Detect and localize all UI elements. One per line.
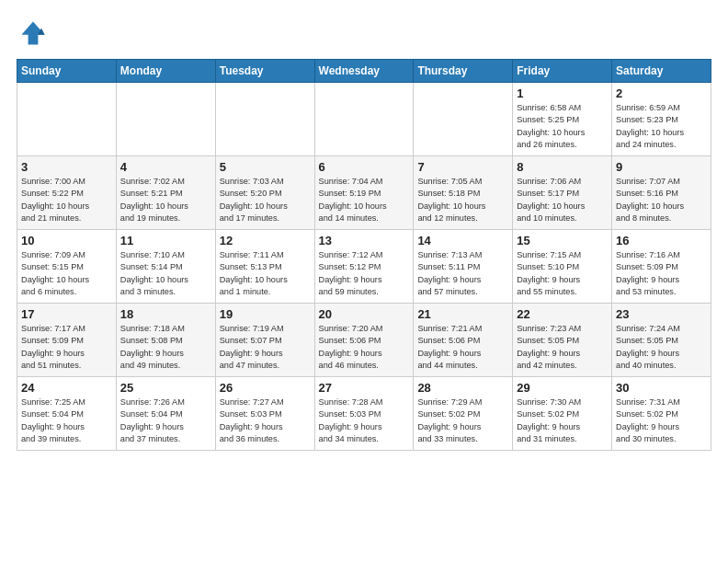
day-header-wednesday: Wednesday (314, 60, 414, 83)
day-cell: 10Sunrise: 7:09 AM Sunset: 5:15 PM Dayli… (17, 230, 117, 304)
calendar-body: 1Sunrise: 6:58 AM Sunset: 5:25 PM Daylig… (17, 83, 711, 451)
day-cell: 2Sunrise: 6:59 AM Sunset: 5:23 PM Daylig… (612, 83, 711, 156)
day-cell: 4Sunrise: 7:02 AM Sunset: 5:21 PM Daylig… (116, 156, 215, 230)
day-number: 5 (220, 160, 311, 174)
day-header-friday: Friday (513, 60, 612, 83)
day-cell: 16Sunrise: 7:16 AM Sunset: 5:09 PM Dayli… (612, 230, 711, 304)
day-number: 17 (21, 307, 112, 321)
day-cell: 23Sunrise: 7:24 AM Sunset: 5:05 PM Dayli… (612, 304, 711, 377)
logo-icon (17, 17, 50, 50)
day-info: Sunrise: 7:07 AM Sunset: 5:16 PM Dayligh… (616, 176, 707, 224)
day-info: Sunrise: 7:31 AM Sunset: 5:02 PM Dayligh… (616, 396, 707, 445)
day-info: Sunrise: 7:23 AM Sunset: 5:05 PM Dayligh… (517, 323, 608, 372)
week-row-3: 17Sunrise: 7:17 AM Sunset: 5:09 PM Dayli… (17, 304, 711, 377)
day-number: 26 (220, 381, 311, 395)
day-info: Sunrise: 7:17 AM Sunset: 5:09 PM Dayligh… (21, 323, 112, 372)
week-row-0: 1Sunrise: 6:58 AM Sunset: 5:25 PM Daylig… (17, 83, 711, 156)
day-header-sunday: Sunday (17, 60, 117, 83)
day-info: Sunrise: 7:30 AM Sunset: 5:02 PM Dayligh… (517, 396, 608, 445)
day-cell: 24Sunrise: 7:25 AM Sunset: 5:04 PM Dayli… (17, 377, 117, 451)
day-cell: 5Sunrise: 7:03 AM Sunset: 5:20 PM Daylig… (215, 156, 314, 230)
day-cell: 8Sunrise: 7:06 AM Sunset: 5:17 PM Daylig… (513, 156, 612, 230)
day-number: 29 (517, 381, 608, 395)
calendar-header: SundayMondayTuesdayWednesdayThursdayFrid… (17, 60, 711, 83)
day-number: 27 (319, 381, 410, 395)
day-number: 20 (319, 307, 410, 321)
day-info: Sunrise: 7:21 AM Sunset: 5:06 PM Dayligh… (417, 323, 508, 372)
day-cell: 15Sunrise: 7:15 AM Sunset: 5:10 PM Dayli… (513, 230, 612, 304)
week-row-4: 24Sunrise: 7:25 AM Sunset: 5:04 PM Dayli… (17, 377, 711, 451)
day-number: 7 (417, 160, 508, 174)
day-cell: 19Sunrise: 7:19 AM Sunset: 5:07 PM Dayli… (215, 304, 314, 377)
day-info: Sunrise: 7:03 AM Sunset: 5:20 PM Dayligh… (220, 176, 311, 224)
calendar-table: SundayMondayTuesdayWednesdayThursdayFrid… (17, 59, 711, 451)
day-info: Sunrise: 7:10 AM Sunset: 5:14 PM Dayligh… (120, 249, 211, 298)
day-cell (414, 83, 513, 156)
day-header-thursday: Thursday (414, 60, 513, 83)
day-cell: 3Sunrise: 7:00 AM Sunset: 5:22 PM Daylig… (17, 156, 117, 230)
day-number: 3 (21, 160, 112, 174)
day-cell: 28Sunrise: 7:29 AM Sunset: 5:02 PM Dayli… (414, 377, 513, 451)
day-number: 2 (616, 86, 707, 100)
day-cell: 21Sunrise: 7:21 AM Sunset: 5:06 PM Dayli… (414, 304, 513, 377)
day-info: Sunrise: 7:09 AM Sunset: 5:15 PM Dayligh… (21, 249, 112, 298)
logo (17, 17, 53, 50)
day-cell: 22Sunrise: 7:23 AM Sunset: 5:05 PM Dayli… (513, 304, 612, 377)
day-info: Sunrise: 7:24 AM Sunset: 5:05 PM Dayligh… (616, 323, 707, 372)
day-info: Sunrise: 7:05 AM Sunset: 5:18 PM Dayligh… (417, 176, 508, 224)
day-number: 22 (517, 307, 608, 321)
day-cell: 9Sunrise: 7:07 AM Sunset: 5:16 PM Daylig… (612, 156, 711, 230)
week-row-1: 3Sunrise: 7:00 AM Sunset: 5:22 PM Daylig… (17, 156, 711, 230)
day-info: Sunrise: 7:26 AM Sunset: 5:04 PM Dayligh… (120, 396, 211, 445)
day-info: Sunrise: 7:29 AM Sunset: 5:02 PM Dayligh… (417, 396, 508, 445)
day-cell (314, 83, 414, 156)
day-number: 23 (616, 307, 707, 321)
day-info: Sunrise: 7:19 AM Sunset: 5:07 PM Dayligh… (220, 323, 311, 372)
day-number: 11 (120, 234, 211, 247)
day-number: 9 (616, 160, 707, 174)
day-number: 24 (21, 381, 112, 395)
day-cell: 30Sunrise: 7:31 AM Sunset: 5:02 PM Dayli… (612, 377, 711, 451)
day-number: 28 (417, 381, 508, 395)
day-info: Sunrise: 7:04 AM Sunset: 5:19 PM Dayligh… (319, 176, 410, 224)
day-number: 19 (220, 307, 311, 321)
day-number: 30 (616, 381, 707, 395)
day-cell: 29Sunrise: 7:30 AM Sunset: 5:02 PM Dayli… (513, 377, 612, 451)
day-info: Sunrise: 7:28 AM Sunset: 5:03 PM Dayligh… (319, 396, 410, 445)
day-info: Sunrise: 6:58 AM Sunset: 5:25 PM Dayligh… (517, 102, 608, 151)
week-row-2: 10Sunrise: 7:09 AM Sunset: 5:15 PM Dayli… (17, 230, 711, 304)
day-cell: 13Sunrise: 7:12 AM Sunset: 5:12 PM Dayli… (314, 230, 414, 304)
day-info: Sunrise: 7:06 AM Sunset: 5:17 PM Dayligh… (517, 176, 608, 224)
header-row: SundayMondayTuesdayWednesdayThursdayFrid… (17, 60, 711, 83)
day-number: 10 (21, 234, 112, 247)
day-info: Sunrise: 7:20 AM Sunset: 5:06 PM Dayligh… (319, 323, 410, 372)
day-number: 14 (417, 234, 508, 247)
page: SundayMondayTuesdayWednesdayThursdayFrid… (0, 0, 728, 462)
day-number: 8 (517, 160, 608, 174)
day-header-tuesday: Tuesday (215, 60, 314, 83)
day-header-monday: Monday (116, 60, 215, 83)
day-number: 25 (120, 381, 211, 395)
day-cell (116, 83, 215, 156)
day-number: 18 (120, 307, 211, 321)
day-info: Sunrise: 7:16 AM Sunset: 5:09 PM Dayligh… (616, 249, 707, 298)
day-number: 13 (319, 234, 410, 247)
day-cell (215, 83, 314, 156)
day-cell: 14Sunrise: 7:13 AM Sunset: 5:11 PM Dayli… (414, 230, 513, 304)
day-cell: 20Sunrise: 7:20 AM Sunset: 5:06 PM Dayli… (314, 304, 414, 377)
header (17, 17, 711, 50)
day-number: 15 (517, 234, 608, 247)
day-cell: 26Sunrise: 7:27 AM Sunset: 5:03 PM Dayli… (215, 377, 314, 451)
day-number: 16 (616, 234, 707, 247)
day-info: Sunrise: 7:00 AM Sunset: 5:22 PM Dayligh… (21, 176, 112, 224)
day-info: Sunrise: 7:12 AM Sunset: 5:12 PM Dayligh… (319, 249, 410, 298)
day-cell: 7Sunrise: 7:05 AM Sunset: 5:18 PM Daylig… (414, 156, 513, 230)
day-info: Sunrise: 7:25 AM Sunset: 5:04 PM Dayligh… (21, 396, 112, 445)
day-cell: 6Sunrise: 7:04 AM Sunset: 5:19 PM Daylig… (314, 156, 414, 230)
day-info: Sunrise: 7:18 AM Sunset: 5:08 PM Dayligh… (120, 323, 211, 372)
day-cell: 17Sunrise: 7:17 AM Sunset: 5:09 PM Dayli… (17, 304, 117, 377)
day-number: 21 (417, 307, 508, 321)
day-cell: 27Sunrise: 7:28 AM Sunset: 5:03 PM Dayli… (314, 377, 414, 451)
day-info: Sunrise: 7:15 AM Sunset: 5:10 PM Dayligh… (517, 249, 608, 298)
day-cell: 1Sunrise: 6:58 AM Sunset: 5:25 PM Daylig… (513, 83, 612, 156)
